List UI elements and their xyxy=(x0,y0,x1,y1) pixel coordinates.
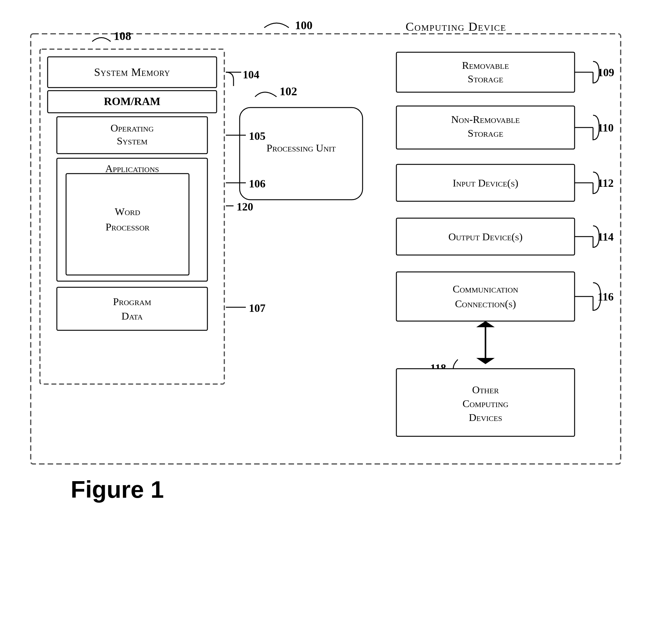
svg-text:Connection(s): Connection(s) xyxy=(455,298,516,310)
svg-rect-10 xyxy=(240,108,363,200)
svg-text:104: 104 xyxy=(243,68,259,81)
svg-text:System: System xyxy=(117,135,148,147)
svg-text:Word: Word xyxy=(115,206,140,217)
svg-text:Input Device(s): Input Device(s) xyxy=(453,177,518,189)
svg-text:Storage: Storage xyxy=(468,127,503,139)
svg-rect-7 xyxy=(57,158,208,281)
svg-text:Processor: Processor xyxy=(106,221,150,233)
svg-text:105: 105 xyxy=(249,130,265,142)
svg-text:Storage: Storage xyxy=(468,73,503,85)
svg-text:120: 120 xyxy=(237,201,253,213)
svg-text:Operating: Operating xyxy=(111,122,154,134)
svg-text:118: 118 xyxy=(430,362,446,374)
svg-text:108: 108 xyxy=(114,30,131,42)
svg-text:Figure 1: Figure 1 xyxy=(71,476,164,503)
svg-rect-4 xyxy=(48,57,217,88)
svg-text:107: 107 xyxy=(249,302,265,314)
svg-text:Devices: Devices xyxy=(469,412,502,423)
svg-text:Applications: Applications xyxy=(105,163,159,174)
svg-text:116: 116 xyxy=(598,291,613,303)
svg-text:Computing: Computing xyxy=(462,398,508,409)
svg-text:Data: Data xyxy=(121,310,143,322)
svg-text:Output Device(s): Output Device(s) xyxy=(448,231,523,243)
svg-text:ROM/RAM: ROM/RAM xyxy=(104,95,161,108)
svg-text:System Memory: System Memory xyxy=(94,66,170,78)
svg-text:Other: Other xyxy=(472,384,499,396)
svg-text:102: 102 xyxy=(279,85,297,98)
svg-rect-9 xyxy=(57,287,208,330)
svg-text:110: 110 xyxy=(598,122,613,134)
svg-rect-31 xyxy=(396,218,575,255)
svg-rect-28 xyxy=(396,164,575,201)
svg-text:109: 109 xyxy=(598,66,614,79)
svg-text:Communication: Communication xyxy=(453,283,518,295)
svg-rect-3 xyxy=(40,49,224,384)
svg-text:114: 114 xyxy=(598,231,613,243)
svg-rect-25 xyxy=(396,106,575,149)
svg-text:Non-Removable: Non-Removable xyxy=(451,114,520,125)
svg-rect-0 xyxy=(31,34,621,464)
svg-rect-22 xyxy=(396,52,575,92)
svg-text:Computing Device: Computing Device xyxy=(406,20,506,33)
svg-rect-34 xyxy=(396,272,575,321)
svg-marker-38 xyxy=(476,321,495,327)
svg-rect-41 xyxy=(396,369,575,436)
svg-rect-8 xyxy=(66,173,189,275)
svg-marker-39 xyxy=(476,358,495,364)
svg-rect-6 xyxy=(57,117,208,154)
svg-rect-5 xyxy=(48,91,217,113)
svg-text:100: 100 xyxy=(295,19,313,32)
svg-text:Removable: Removable xyxy=(462,60,509,71)
svg-text:106: 106 xyxy=(249,178,265,190)
svg-text:Program: Program xyxy=(113,296,151,307)
svg-text:112: 112 xyxy=(598,177,613,189)
svg-text:Processing Unit: Processing Unit xyxy=(267,142,336,154)
